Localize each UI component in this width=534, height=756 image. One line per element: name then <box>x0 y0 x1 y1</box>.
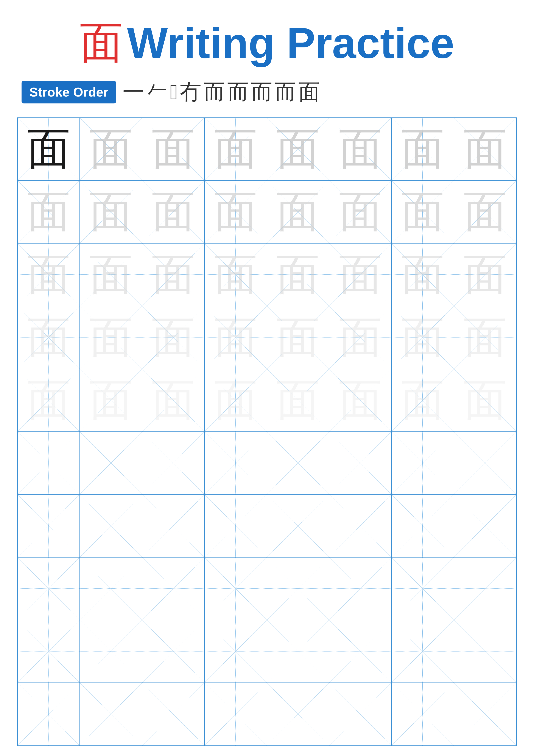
grid-cell[interactable] <box>18 620 80 683</box>
grid-cell[interactable]: 面 <box>80 180 142 243</box>
grid-cell[interactable]: 面 <box>454 118 516 180</box>
grid-cell[interactable] <box>329 432 392 494</box>
grid-cell[interactable]: 面 <box>392 118 454 180</box>
grid-cell[interactable] <box>205 620 267 683</box>
grid-cell[interactable]: 面 <box>392 180 454 243</box>
grid-cell[interactable] <box>18 432 80 494</box>
grid-cell[interactable] <box>454 432 516 494</box>
grid-cell[interactable]: 面 <box>454 369 516 431</box>
practice-char: 面 <box>208 372 264 428</box>
grid-cell[interactable] <box>205 495 267 557</box>
grid-cell[interactable]: 面 <box>267 180 329 243</box>
grid-cell[interactable]: 面 <box>205 369 267 431</box>
grid-cell[interactable] <box>18 557 80 620</box>
grid-cell[interactable] <box>142 557 205 620</box>
grid-cell[interactable] <box>142 432 205 494</box>
grid-cell[interactable]: 面 <box>142 180 205 243</box>
grid-cell[interactable] <box>454 683 516 745</box>
grid-cell[interactable]: 面 <box>329 244 392 306</box>
grid-cell[interactable] <box>267 557 329 620</box>
grid-cell[interactable] <box>142 683 205 745</box>
grid-cell[interactable]: 面 <box>80 306 142 368</box>
grid-cell[interactable]: 面 <box>267 118 329 180</box>
grid-cell[interactable]: 面 <box>267 244 329 306</box>
stroke-order-badge: Stroke Order <box>21 81 116 103</box>
cell-guide-lines <box>329 432 391 494</box>
grid-cell[interactable]: 面 <box>80 369 142 431</box>
grid-cell[interactable]: 面 <box>454 306 516 368</box>
cell-guide-lines <box>392 620 453 683</box>
grid-cell[interactable]: 面 <box>18 244 80 306</box>
page: 面 Writing Practice Stroke Order 一 𠂉 𠃌 冇 … <box>0 0 534 756</box>
grid-cell[interactable]: 面 <box>18 118 80 180</box>
practice-char: 面 <box>332 184 388 240</box>
grid-cell[interactable]: 面 <box>267 369 329 431</box>
grid-cell[interactable]: 面 <box>205 306 267 368</box>
grid-cell[interactable] <box>392 495 454 557</box>
grid-cell[interactable] <box>142 620 205 683</box>
grid-cell[interactable] <box>392 683 454 745</box>
grid-cell[interactable]: 面 <box>205 118 267 180</box>
grid-cell[interactable] <box>205 557 267 620</box>
grid-cell[interactable] <box>392 432 454 494</box>
grid-cell[interactable]: 面 <box>18 306 80 368</box>
grid-cell[interactable] <box>18 683 80 745</box>
cell-guide-lines <box>267 620 329 683</box>
grid-cell[interactable]: 面 <box>329 306 392 368</box>
grid-cell[interactable] <box>329 495 392 557</box>
practice-char: 面 <box>395 310 451 365</box>
grid-cell[interactable] <box>329 620 392 683</box>
cell-guide-lines <box>205 495 267 557</box>
grid-row <box>18 495 516 557</box>
grid-cell[interactable]: 面 <box>205 244 267 306</box>
grid-cell[interactable]: 面 <box>205 180 267 243</box>
grid-cell[interactable]: 面 <box>18 180 80 243</box>
grid-cell[interactable] <box>80 620 142 683</box>
cell-guide-lines <box>329 620 391 683</box>
grid-cell[interactable] <box>80 495 142 557</box>
grid-cell[interactable]: 面 <box>142 306 205 368</box>
grid-cell[interactable] <box>267 620 329 683</box>
grid-cell[interactable]: 面 <box>267 306 329 368</box>
grid-cell[interactable] <box>267 495 329 557</box>
grid-cell[interactable] <box>142 495 205 557</box>
grid-cell[interactable]: 面 <box>454 180 516 243</box>
grid-cell[interactable]: 面 <box>142 244 205 306</box>
practice-char: 面 <box>270 247 326 303</box>
grid-cell[interactable] <box>329 557 392 620</box>
grid-cell[interactable]: 面 <box>329 369 392 431</box>
practice-char: 面 <box>83 372 139 428</box>
grid-cell[interactable]: 面 <box>80 118 142 180</box>
grid-cell[interactable] <box>329 683 392 745</box>
grid-cell[interactable] <box>454 620 516 683</box>
grid-cell[interactable]: 面 <box>80 244 142 306</box>
cell-guide-lines <box>142 620 204 683</box>
practice-char: 面 <box>21 310 76 365</box>
grid-cell[interactable] <box>454 557 516 620</box>
grid-cell[interactable]: 面 <box>142 118 205 180</box>
grid-cell[interactable]: 面 <box>392 369 454 431</box>
grid-cell[interactable]: 面 <box>18 369 80 431</box>
grid-cell[interactable] <box>392 620 454 683</box>
grid-cell[interactable] <box>392 557 454 620</box>
grid-cell[interactable] <box>454 495 516 557</box>
grid-cell[interactable]: 面 <box>392 244 454 306</box>
cell-guide-lines <box>142 683 204 745</box>
grid-cell[interactable] <box>267 683 329 745</box>
grid-cell[interactable] <box>205 683 267 745</box>
grid-cell[interactable]: 面 <box>392 306 454 368</box>
grid-cell[interactable]: 面 <box>142 369 205 431</box>
grid-cell[interactable] <box>80 432 142 494</box>
grid-cell[interactable] <box>18 495 80 557</box>
grid-cell[interactable]: 面 <box>329 180 392 243</box>
grid-cell[interactable]: 面 <box>454 244 516 306</box>
cell-guide-lines <box>80 620 142 683</box>
cell-guide-lines <box>18 683 80 745</box>
grid-cell[interactable] <box>267 432 329 494</box>
grid-cell[interactable]: 面 <box>329 118 392 180</box>
grid-cell[interactable] <box>80 683 142 745</box>
stroke-6: 而 <box>227 78 249 107</box>
grid-cell[interactable] <box>80 557 142 620</box>
grid-cell[interactable] <box>205 432 267 494</box>
practice-char: 面 <box>332 247 388 303</box>
